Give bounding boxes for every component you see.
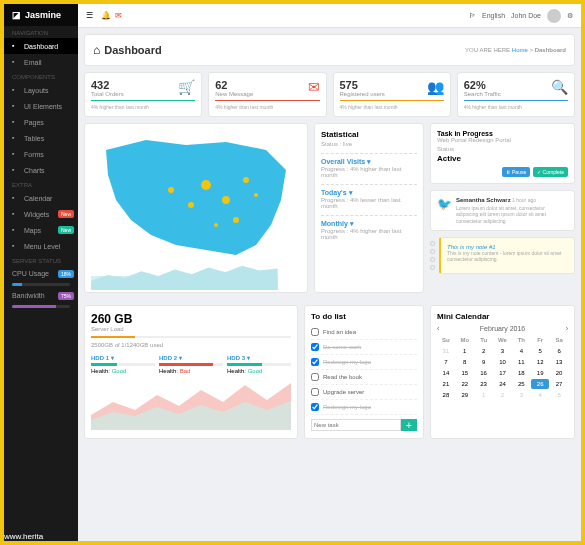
todo-item[interactable]: Do some work [311,340,417,355]
chevron-down-icon: ▾ [111,355,114,361]
cal-day[interactable]: 3 [494,346,512,356]
cal-day[interactable]: 16 [475,368,493,378]
complete-button[interactable]: ✓ Complete [533,167,568,177]
usa-map[interactable] [91,130,301,260]
stat-search[interactable]: 62%Search Traffic4% higher than last mon… [457,72,575,117]
sidebar-item-ui-elements[interactable]: ▪UI Elements [4,98,78,114]
user-name[interactable]: John Doe [511,12,541,19]
cal-day[interactable]: 18 [512,368,530,378]
cal-day[interactable]: 29 [456,390,474,400]
cal-day[interactable]: 22 [456,379,474,389]
sidebar-item-pages[interactable]: ▪Pages [4,114,78,130]
sidebar-item-calendar[interactable]: ▪Calendar [4,190,78,206]
calendar-month: February 2016 [480,325,526,332]
stat-cart[interactable]: 432Total Orders4% higher than last month… [84,72,202,117]
sidebar-item-tables[interactable]: ▪Tables [4,130,78,146]
carousel-dots[interactable] [430,237,435,274]
menu-icon[interactable]: ☰ [86,11,93,20]
cal-prev-icon[interactable]: ‹ [437,325,439,332]
cal-day[interactable]: 5 [550,390,568,400]
cal-day[interactable]: 28 [437,390,455,400]
hdd-name[interactable]: HDD 3 ▾ [227,354,291,361]
cal-day[interactable]: 1 [475,390,493,400]
cal-day[interactable]: 20 [550,368,568,378]
new-task-input[interactable] [311,419,401,431]
cal-day[interactable]: 10 [494,357,512,367]
brand-name: Jasmine [25,10,61,20]
todo-item[interactable]: Find an idea [311,325,417,340]
brand-logo[interactable]: ◪ Jasmine [4,4,78,26]
todo-item[interactable]: Upgrade server [311,385,417,400]
cal-day[interactable]: 15 [456,368,474,378]
map-card [84,123,308,293]
cal-day[interactable]: 7 [437,357,455,367]
cal-day[interactable]: 21 [437,379,455,389]
page-title: Dashboard [104,44,161,56]
cal-day[interactable]: 8 [456,357,474,367]
pause-button[interactable]: ⏸ Pause [502,167,531,177]
sidebar-item-dashboard[interactable]: ▪Dashboard [4,38,78,54]
cal-day[interactable]: 2 [494,390,512,400]
stat-section-title[interactable]: Overall Visits ▾ [321,158,417,166]
cal-day[interactable]: 17 [494,368,512,378]
sidebar-item-layouts[interactable]: ▪Layouts [4,82,78,98]
todo-text: Do some work [323,344,361,350]
language-label[interactable]: English [482,12,505,19]
cal-day[interactable]: 27 [550,379,568,389]
cal-day[interactable]: 3 [512,390,530,400]
todo-item[interactable]: Redesign my logo [311,355,417,370]
notification-icon[interactable]: 🔔 [101,11,111,20]
sidebar-item-forms[interactable]: ▪Forms [4,146,78,162]
sidebar-item-charts[interactable]: ▪Charts [4,162,78,178]
todo-checkbox[interactable] [311,328,319,336]
cal-day[interactable]: 9 [475,357,493,367]
cal-next-icon[interactable]: › [566,325,568,332]
stat-section-title[interactable]: Monthly ▾ [321,220,417,228]
cal-day[interactable]: 26 [531,379,549,389]
nav-label: Maps [24,227,41,234]
sidebar-item-widgets[interactable]: ▪WidgetsNew [4,206,78,222]
server-card: 260 GB Server Load 2500GB of 1/1240GB us… [84,305,298,439]
todo-checkbox[interactable] [311,403,319,411]
hdd-name[interactable]: HDD 2 ▾ [159,354,223,361]
cal-day[interactable]: 12 [531,357,549,367]
stat-section-title[interactable]: Today's ▾ [321,189,417,197]
statistical-card: Statistical Status : live Overall Visits… [314,123,424,293]
stat-mail[interactable]: 62New Message4% higher than last month✉ [208,72,326,117]
svg-point-0 [201,180,211,190]
todo-checkbox[interactable] [311,358,319,366]
cal-day[interactable]: 5 [531,346,549,356]
cal-day[interactable]: 4 [531,390,549,400]
cal-day[interactable]: 2 [475,346,493,356]
cal-day[interactable]: 11 [512,357,530,367]
sidebar-item-menu-level[interactable]: ▪Menu Level [4,238,78,254]
cal-day[interactable]: 19 [531,368,549,378]
todo-checkbox[interactable] [311,388,319,396]
svg-point-7 [214,223,218,227]
todo-item[interactable]: Read the book [311,370,417,385]
message-icon[interactable]: ✉ [115,11,122,20]
cal-day[interactable]: 4 [512,346,530,356]
stat-users[interactable]: 575Registered users4% higher than last m… [333,72,451,117]
nav-icon: ▪ [12,86,20,94]
cal-day[interactable]: 13 [550,357,568,367]
sidebar-item-maps[interactable]: ▪MapsNew [4,222,78,238]
todo-checkbox[interactable] [311,373,319,381]
gear-icon[interactable]: ⚙ [567,12,573,20]
cal-day[interactable]: 25 [512,379,530,389]
cal-day[interactable]: 23 [475,379,493,389]
todo-checkbox[interactable] [311,343,319,351]
sidebar-item-email[interactable]: ▪Email [4,54,78,70]
cal-day[interactable]: 1 [456,346,474,356]
cal-day[interactable]: 31 [437,346,455,356]
tweet-author[interactable]: Semantha Schwarz [456,197,511,203]
cal-day[interactable]: 14 [437,368,455,378]
todo-item[interactable]: Redesign my logo [311,400,417,415]
calendar-card: Mini Calendar ‹ February 2016 › SuMoTuWe… [430,305,575,439]
hdd-name[interactable]: HDD 1 ▾ [91,354,155,361]
cal-day[interactable]: 24 [494,379,512,389]
avatar[interactable] [547,9,561,23]
nav-label: Calendar [24,195,52,202]
cal-day[interactable]: 6 [550,346,568,356]
add-task-button[interactable]: + [401,419,417,431]
